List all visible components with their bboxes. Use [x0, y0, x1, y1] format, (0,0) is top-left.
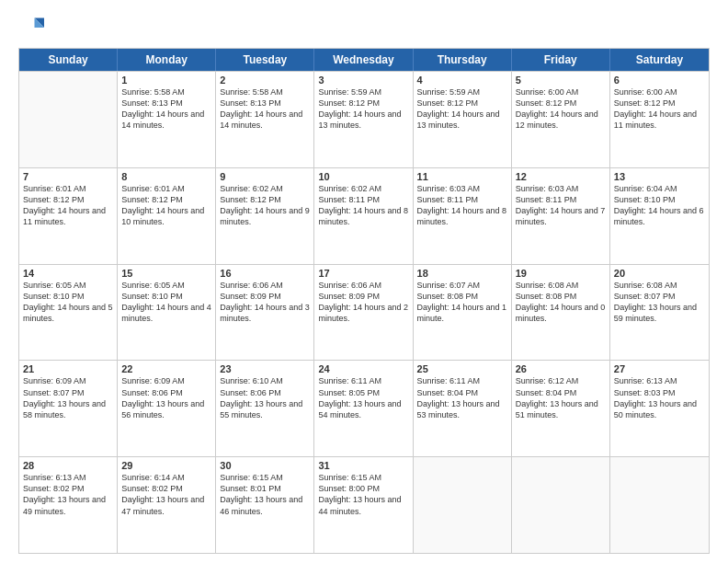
calendar-cell: 11Sunrise: 6:03 AM Sunset: 8:11 PM Dayli…	[414, 168, 512, 264]
day-number: 5	[516, 75, 606, 86]
calendar-cell: 4Sunrise: 5:59 AM Sunset: 8:12 PM Daylig…	[414, 72, 512, 167]
day-number: 9	[220, 171, 310, 182]
day-number: 11	[417, 171, 507, 182]
day-number: 13	[614, 171, 705, 182]
day-number: 8	[121, 171, 211, 182]
cell-info: Sunrise: 5:59 AM Sunset: 8:12 PM Dayligh…	[318, 86, 408, 132]
day-number: 26	[516, 363, 606, 374]
cell-info: Sunrise: 6:15 AM Sunset: 8:01 PM Dayligh…	[220, 472, 310, 517]
calendar-cell	[414, 457, 512, 553]
day-of-week-tuesday: Tuesday	[216, 49, 314, 71]
cell-info: Sunrise: 6:06 AM Sunset: 8:09 PM Dayligh…	[318, 280, 408, 325]
day-number: 7	[23, 171, 113, 182]
day-number: 24	[318, 363, 408, 374]
cell-info: Sunrise: 6:08 AM Sunset: 8:07 PM Dayligh…	[614, 280, 705, 325]
cell-info: Sunrise: 6:09 AM Sunset: 8:06 PM Dayligh…	[121, 375, 211, 420]
day-number: 14	[23, 268, 113, 279]
day-of-week-friday: Friday	[512, 49, 610, 71]
calendar-row-3: 21Sunrise: 6:09 AM Sunset: 8:07 PM Dayli…	[19, 360, 709, 456]
calendar-cell: 3Sunrise: 5:59 AM Sunset: 8:12 PM Daylig…	[314, 72, 413, 167]
calendar-cell: 30Sunrise: 6:15 AM Sunset: 8:01 PM Dayli…	[216, 457, 314, 553]
day-number: 17	[318, 268, 408, 279]
calendar-cell: 19Sunrise: 6:08 AM Sunset: 8:08 PM Dayli…	[512, 265, 610, 361]
cell-info: Sunrise: 6:11 AM Sunset: 8:05 PM Dayligh…	[318, 375, 408, 420]
cell-info: Sunrise: 6:07 AM Sunset: 8:08 PM Dayligh…	[417, 280, 507, 325]
day-number: 23	[220, 363, 310, 374]
cell-info: Sunrise: 6:14 AM Sunset: 8:02 PM Dayligh…	[121, 472, 211, 517]
day-number: 29	[121, 460, 211, 471]
calendar-cell: 27Sunrise: 6:13 AM Sunset: 8:03 PM Dayli…	[610, 361, 709, 456]
cell-info: Sunrise: 6:13 AM Sunset: 8:03 PM Dayligh…	[614, 375, 705, 420]
header	[18, 15, 710, 40]
calendar: SundayMondayTuesdayWednesdayThursdayFrid…	[18, 48, 710, 554]
day-of-week-wednesday: Wednesday	[314, 49, 413, 71]
cell-info: Sunrise: 6:15 AM Sunset: 8:00 PM Dayligh…	[318, 472, 408, 517]
calendar-cell: 20Sunrise: 6:08 AM Sunset: 8:07 PM Dayli…	[610, 265, 709, 361]
day-number: 28	[23, 460, 113, 471]
page: SundayMondayTuesdayWednesdayThursdayFrid…	[0, 0, 728, 563]
day-number: 31	[318, 460, 408, 471]
calendar-cell: 6Sunrise: 6:00 AM Sunset: 8:12 PM Daylig…	[610, 72, 709, 167]
day-number: 30	[220, 460, 310, 471]
calendar-cell: 13Sunrise: 6:04 AM Sunset: 8:10 PM Dayli…	[610, 168, 709, 264]
cell-info: Sunrise: 5:59 AM Sunset: 8:12 PM Dayligh…	[417, 86, 507, 132]
day-of-week-thursday: Thursday	[414, 49, 512, 71]
cell-info: Sunrise: 6:06 AM Sunset: 8:09 PM Dayligh…	[220, 280, 310, 325]
calendar-body: 1Sunrise: 5:58 AM Sunset: 8:13 PM Daylig…	[19, 71, 709, 553]
calendar-cell: 1Sunrise: 5:58 AM Sunset: 8:13 PM Daylig…	[118, 72, 216, 167]
cell-info: Sunrise: 6:00 AM Sunset: 8:12 PM Dayligh…	[614, 86, 705, 132]
calendar-cell: 25Sunrise: 6:11 AM Sunset: 8:04 PM Dayli…	[414, 361, 512, 456]
calendar-cell: 18Sunrise: 6:07 AM Sunset: 8:08 PM Dayli…	[414, 265, 512, 361]
day-number: 15	[121, 268, 211, 279]
day-number: 3	[318, 75, 408, 86]
calendar-cell	[19, 72, 118, 167]
calendar-cell: 5Sunrise: 6:00 AM Sunset: 8:12 PM Daylig…	[512, 72, 610, 167]
cell-info: Sunrise: 6:02 AM Sunset: 8:12 PM Dayligh…	[220, 183, 310, 228]
calendar-cell: 12Sunrise: 6:03 AM Sunset: 8:11 PM Dayli…	[512, 168, 610, 264]
calendar-cell: 17Sunrise: 6:06 AM Sunset: 8:09 PM Dayli…	[314, 265, 413, 361]
calendar-cell: 7Sunrise: 6:01 AM Sunset: 8:12 PM Daylig…	[19, 168, 118, 264]
calendar-cell: 16Sunrise: 6:06 AM Sunset: 8:09 PM Dayli…	[216, 265, 314, 361]
calendar-cell: 8Sunrise: 6:01 AM Sunset: 8:12 PM Daylig…	[118, 168, 216, 264]
calendar-cell: 22Sunrise: 6:09 AM Sunset: 8:06 PM Dayli…	[118, 361, 216, 456]
day-number: 12	[516, 171, 606, 182]
cell-info: Sunrise: 5:58 AM Sunset: 8:13 PM Dayligh…	[220, 86, 310, 132]
day-number: 4	[417, 75, 507, 86]
calendar-row-0: 1Sunrise: 5:58 AM Sunset: 8:13 PM Daylig…	[19, 71, 709, 167]
day-number: 1	[121, 75, 211, 86]
calendar-cell: 26Sunrise: 6:12 AM Sunset: 8:04 PM Dayli…	[512, 361, 610, 456]
calendar-cell: 10Sunrise: 6:02 AM Sunset: 8:11 PM Dayli…	[314, 168, 413, 264]
cell-info: Sunrise: 6:08 AM Sunset: 8:08 PM Dayligh…	[516, 280, 606, 325]
calendar-cell	[512, 457, 610, 553]
cell-info: Sunrise: 6:03 AM Sunset: 8:11 PM Dayligh…	[516, 183, 606, 228]
day-number: 27	[614, 363, 705, 374]
calendar-cell: 9Sunrise: 6:02 AM Sunset: 8:12 PM Daylig…	[216, 168, 314, 264]
day-number: 25	[417, 363, 507, 374]
cell-info: Sunrise: 6:09 AM Sunset: 8:07 PM Dayligh…	[23, 375, 113, 420]
calendar-row-2: 14Sunrise: 6:05 AM Sunset: 8:10 PM Dayli…	[19, 264, 709, 361]
cell-info: Sunrise: 6:10 AM Sunset: 8:06 PM Dayligh…	[220, 375, 310, 420]
calendar-cell: 14Sunrise: 6:05 AM Sunset: 8:10 PM Dayli…	[19, 265, 118, 361]
cell-info: Sunrise: 6:01 AM Sunset: 8:12 PM Dayligh…	[23, 183, 113, 228]
calendar-cell: 21Sunrise: 6:09 AM Sunset: 8:07 PM Dayli…	[19, 361, 118, 456]
day-number: 16	[220, 268, 310, 279]
day-number: 10	[318, 171, 408, 182]
day-number: 20	[614, 268, 705, 279]
cell-info: Sunrise: 6:03 AM Sunset: 8:11 PM Dayligh…	[417, 183, 507, 228]
logo	[18, 15, 48, 40]
cell-info: Sunrise: 5:58 AM Sunset: 8:13 PM Dayligh…	[121, 86, 211, 132]
day-of-week-sunday: Sunday	[19, 49, 118, 71]
calendar-cell: 28Sunrise: 6:13 AM Sunset: 8:02 PM Dayli…	[19, 457, 118, 553]
cell-info: Sunrise: 6:13 AM Sunset: 8:02 PM Dayligh…	[23, 472, 113, 517]
day-of-week-saturday: Saturday	[610, 49, 709, 71]
calendar-header: SundayMondayTuesdayWednesdayThursdayFrid…	[19, 49, 709, 71]
calendar-cell: 29Sunrise: 6:14 AM Sunset: 8:02 PM Dayli…	[118, 457, 216, 553]
calendar-cell: 31Sunrise: 6:15 AM Sunset: 8:00 PM Dayli…	[314, 457, 413, 553]
calendar-cell: 2Sunrise: 5:58 AM Sunset: 8:13 PM Daylig…	[216, 72, 314, 167]
cell-info: Sunrise: 6:01 AM Sunset: 8:12 PM Dayligh…	[121, 183, 211, 228]
day-number: 19	[516, 268, 606, 279]
day-number: 18	[417, 268, 507, 279]
calendar-cell	[610, 457, 709, 553]
cell-info: Sunrise: 6:05 AM Sunset: 8:10 PM Dayligh…	[121, 280, 211, 325]
calendar-row-1: 7Sunrise: 6:01 AM Sunset: 8:12 PM Daylig…	[19, 167, 709, 264]
